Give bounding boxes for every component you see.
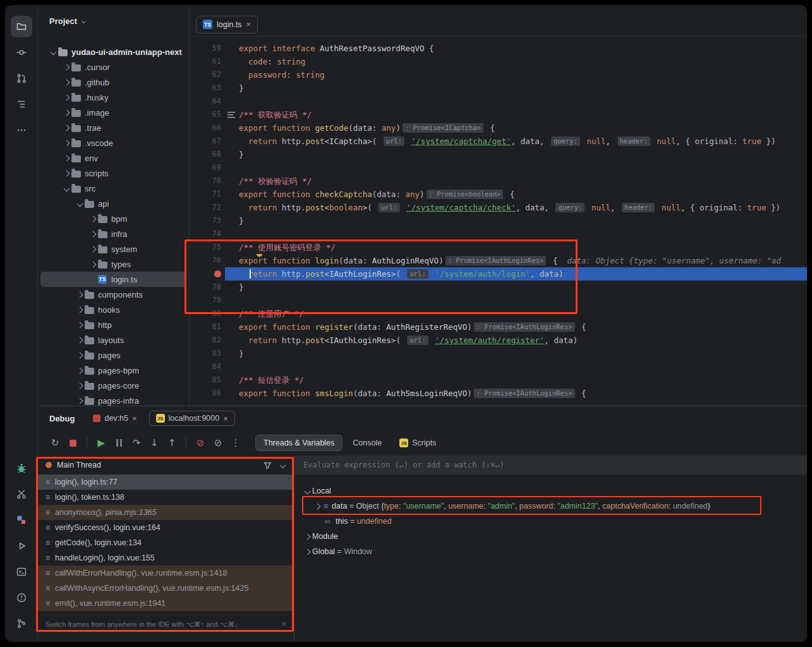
frame-row[interactable]: ≡login(), login.ts:77 (38, 475, 294, 490)
variable-chevron[interactable] (312, 504, 322, 509)
code-line-67[interactable]: 67 return http.post<ICaptcha>( url: '/sy… (190, 135, 807, 148)
code-line-83[interactable]: 83} (190, 347, 807, 360)
debug-tool-button[interactable] (11, 457, 32, 479)
code-line-68[interactable]: 68} (190, 148, 807, 161)
chevron-down-icon[interactable] (280, 462, 286, 468)
tree-chevron[interactable] (75, 353, 85, 358)
tree-chevron[interactable] (88, 232, 98, 236)
code-line-61[interactable]: 61 code: string (190, 55, 807, 68)
tree-chevron[interactable] (61, 171, 71, 176)
tree-chevron[interactable] (61, 126, 71, 130)
session-tab-localhost:9000[interactable]: JSlocalhost:9000× (149, 411, 235, 426)
problems-tool-button[interactable] (11, 587, 32, 608)
commit-tool-button[interactable] (11, 42, 32, 63)
step-into-button[interactable]: ↓ (146, 435, 162, 451)
code-line-73[interactable]: 73} (190, 214, 807, 227)
thread-selector[interactable]: Main Thread (38, 456, 294, 475)
tree-item-hooks[interactable]: hooks (40, 302, 186, 317)
tree-chevron[interactable] (48, 50, 58, 54)
code-line-65[interactable]: 65/** 获取验证码 */ (190, 108, 807, 121)
tree-chevron[interactable] (75, 368, 85, 373)
frame-row[interactable]: ≡callWithAsyncErrorHandling(), vue.runti… (38, 581, 294, 596)
tree-item-components[interactable]: components (40, 287, 186, 302)
more-button[interactable]: ⋮ (227, 435, 244, 451)
tree-item-login.ts[interactable]: TSlogin.ts (40, 272, 186, 287)
tree-item-yudao-ui-admin-uniapp-next[interactable]: yudao-ui-admin-uniapp-next (40, 44, 186, 59)
version-control-tool-button[interactable] (11, 613, 32, 634)
structure-tool-button[interactable] (11, 94, 32, 115)
plugins-tool-button[interactable] (11, 509, 32, 531)
tree-item-layouts[interactable]: layouts (40, 332, 186, 348)
variable-row-this[interactable]: 01this = undefined (294, 514, 807, 529)
run-tool-button[interactable] (11, 535, 32, 557)
code-line-78[interactable]: 78} (190, 281, 807, 294)
tree-item-pages[interactable]: pages (40, 348, 186, 363)
variable-chevron[interactable] (302, 535, 312, 539)
frame-row[interactable]: ≡getCode(), login.vue:134 (38, 535, 294, 550)
project-panel-title[interactable]: Project (49, 16, 77, 26)
code-area[interactable]: 59export interface AuthResetPasswordReqV… (190, 37, 807, 406)
code-line-59[interactable]: 59export interface AuthResetPasswordReqV… (190, 42, 807, 55)
tree-chevron[interactable] (61, 95, 71, 100)
variable-row-Module[interactable]: Module (294, 529, 807, 544)
tree-item-api[interactable]: api (40, 196, 186, 211)
tree-chevron[interactable] (61, 141, 71, 145)
tree-chevron[interactable] (61, 156, 71, 160)
code-line-77[interactable]: return http.post<IAuthLoginRes>( url: '/… (190, 267, 807, 281)
view-tab-scripts[interactable]: JSScripts (392, 435, 444, 450)
breakpoint-icon[interactable] (214, 270, 221, 277)
filter-icon[interactable] (264, 461, 272, 469)
tools-tool-button[interactable] (11, 483, 32, 505)
resume-button[interactable]: ▶ (93, 435, 109, 451)
step-over-button[interactable]: ↷ (128, 435, 145, 451)
tree-chevron[interactable] (75, 338, 85, 342)
tree-chevron[interactable] (88, 247, 98, 251)
chevron-down-icon[interactable] (82, 19, 86, 23)
skip-breakpoints-button[interactable]: ⊘ (210, 435, 226, 451)
tree-item-.github[interactable]: .github (40, 75, 186, 90)
tree-chevron[interactable] (75, 293, 85, 297)
tree-item-pages-core[interactable]: pages-core (40, 378, 186, 393)
tree-item-.image[interactable]: .image (40, 105, 186, 120)
session-tab-dev:h5[interactable]: dev:h5× (86, 411, 143, 426)
variable-row-data[interactable]: ≡data = Object {type: "username", userna… (294, 499, 807, 514)
tree-item-.trae[interactable]: .trae (40, 120, 186, 135)
pull-requests-tool-button[interactable] (11, 68, 32, 89)
rerun-button[interactable]: ↻ (47, 435, 63, 451)
tree-chevron[interactable] (75, 308, 85, 312)
tree-item-.husky[interactable]: .husky (40, 90, 186, 105)
more-tool-windows-button[interactable] (11, 119, 32, 141)
code-line-66[interactable]: 66export function getCode(data: any): Pr… (190, 121, 807, 135)
code-line-63[interactable]: 63} (190, 82, 807, 95)
tree-chevron[interactable] (61, 111, 71, 115)
code-line-71[interactable]: 71export function checkCaptcha(data: any… (190, 188, 807, 201)
variable-row-Global[interactable]: Global = Window (294, 544, 807, 559)
tree-item-pages-bpm[interactable]: pages-bpm (40, 363, 186, 378)
tree-chevron[interactable] (75, 399, 85, 403)
code-line-81[interactable]: 81export function register(data: AuthReg… (190, 320, 807, 334)
step-out-button[interactable]: ↑ (164, 435, 180, 451)
tree-chevron[interactable] (61, 186, 71, 191)
frame-row[interactable]: ≡handleLogin(), login.vue:155 (38, 550, 294, 565)
close-icon[interactable]: × (246, 20, 251, 28)
code-line-62[interactable]: 62 password: string (190, 68, 807, 82)
variable-chevron[interactable] (302, 489, 312, 493)
tree-item-infra[interactable]: infra (40, 226, 186, 241)
code-line-74[interactable]: 74 (190, 227, 807, 241)
code-line-64[interactable]: 64 (190, 95, 807, 108)
tree-chevron[interactable] (61, 80, 71, 85)
frame-row[interactable]: ≡login(), token.ts:138 (38, 490, 294, 505)
code-line-70[interactable]: 70/** 校验验证码 */ (190, 174, 807, 188)
code-line-86[interactable]: 86export function smsLogin(data: AuthSms… (190, 387, 807, 400)
tree-item-http[interactable]: http (40, 317, 186, 332)
tree-item-.vscode[interactable]: .vscode (40, 135, 186, 150)
tree-chevron[interactable] (75, 202, 85, 206)
tree-chevron[interactable] (75, 384, 85, 388)
view-tab-threads-variables[interactable]: Threads & Variables (255, 435, 342, 451)
view-tab-console[interactable]: Console (345, 435, 389, 450)
tree-item-.cursor[interactable]: .cursor (40, 59, 186, 75)
frame-row[interactable]: ≡verifySuccess(), login.vue:164 (38, 520, 294, 535)
editor-tab-login-ts[interactable]: TS login.ts × (196, 16, 258, 33)
tree-item-scripts[interactable]: scripts (40, 166, 186, 181)
tree-chevron[interactable] (88, 262, 98, 267)
